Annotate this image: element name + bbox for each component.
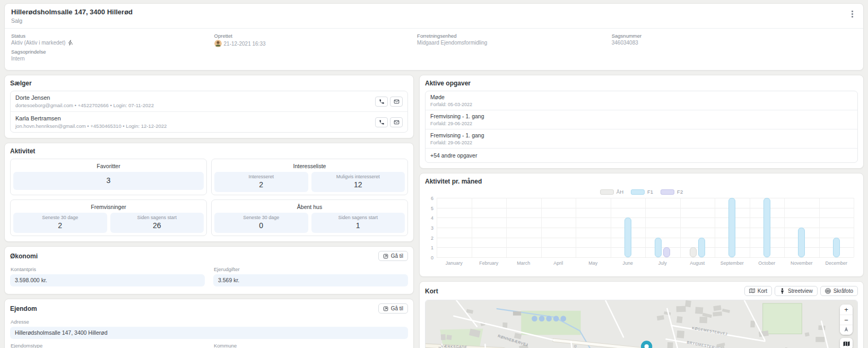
task-due: Forfald: 29-06-2022 [430, 140, 853, 145]
goto-icon [383, 254, 388, 259]
okonomi-title: Økonomi [10, 253, 38, 260]
chart-bar[interactable] [728, 198, 735, 257]
chart-bar[interactable] [624, 218, 631, 257]
ejendom-fields: AdresseHillerødsholmsalle 147, 3400 Hill… [10, 317, 408, 348]
stat-label: Interesseret [216, 174, 306, 179]
legend-item[interactable]: F1 [631, 189, 653, 195]
status-value: Aktiv (Aktiv i markedet) [11, 40, 65, 46]
chart-vline [680, 198, 681, 257]
chart-bar[interactable] [698, 238, 705, 257]
stat-label: Seneste 30 dage [216, 215, 306, 220]
legend-label: F1 [647, 189, 653, 195]
map-legend-button[interactable] [840, 338, 853, 348]
map[interactable]: RØNNEBÆRVEJVÆRKSGADEFREDERIKSVÆRKSGADEFR… [425, 300, 858, 348]
aktivitet-box-title: Åbent hus [214, 204, 405, 210]
map-view-button-skråfoto[interactable]: Skråfoto [820, 286, 858, 296]
legend-item[interactable]: F2 [661, 189, 683, 195]
map-view-button-streetview[interactable]: Streetview [775, 286, 818, 296]
aktivitet-box: Favoritter3 [10, 159, 207, 195]
email-button[interactable] [390, 117, 403, 127]
opgaver-card: Aktive opgaver MødeForfald: 05-03-2022Fr… [419, 75, 864, 169]
call-button[interactable] [375, 117, 388, 127]
case-header-card: Hillerødsholmsalle 147, 3400 Hillerød Sa… [4, 3, 864, 71]
chart-vline [750, 198, 750, 257]
stat-value: 26 [112, 221, 202, 230]
stat-pill: Seneste 30 dage2 [13, 213, 107, 233]
y-tick: 6 [425, 196, 433, 201]
ejendom-goto-button[interactable]: Gå til [378, 303, 408, 314]
contact-row[interactable]: Karla Bertramsenjon.hovn.henriksen@gmail… [11, 111, 407, 132]
stat-value: 1 [314, 221, 403, 230]
kebab-menu-icon[interactable] [847, 9, 857, 19]
folded-map-icon [843, 341, 850, 347]
chart-bar[interactable] [690, 247, 697, 257]
stat-value: 12 [314, 180, 403, 189]
ejendom-card: Ejendom Gå til AdresseHillerødsholmsalle… [4, 299, 414, 348]
aktivitet-box: InteresselisteInteresseret2Muligvis inte… [211, 159, 408, 195]
kort-title: Kort [425, 288, 438, 295]
call-button[interactable] [375, 97, 388, 107]
x-tick: September [721, 260, 744, 266]
aktivitet-stats: Seneste 30 dage0Siden sagens start1 [214, 213, 405, 233]
stat-value: 0 [216, 221, 306, 230]
chart-bar[interactable] [655, 238, 662, 257]
stat-pill: Muligvis interesseret12 [311, 172, 405, 192]
chart-legend: ÅHF1F2 [425, 189, 858, 195]
compass-button[interactable] [840, 325, 853, 335]
contact-actions [375, 117, 403, 127]
task-row[interactable]: Fremvisning - 1. gangForfald: 29-06-2022 [426, 110, 857, 129]
aktivitet-card: Aktivitet Favoritter3InteresselisteInter… [4, 143, 414, 242]
pegman-icon [779, 288, 785, 294]
field-value: 3.569 kr. [213, 274, 408, 286]
camera-icon [825, 288, 831, 294]
chart-vline [645, 198, 646, 257]
email-button[interactable] [390, 97, 403, 107]
zoom-out-button[interactable]: − [840, 315, 853, 325]
aktivitet-title: Aktivitet [10, 147, 35, 155]
stat-pill: Seneste 30 dage0 [214, 213, 308, 233]
email-icon [394, 119, 400, 125]
chart-vline [819, 198, 820, 257]
task-row[interactable]: Fremvisning - 1. gangForfald: 29-06-2022 [426, 129, 857, 148]
phone-icon [379, 99, 385, 105]
stat-pill: Siden sagens start26 [110, 213, 204, 233]
field: EjendomstypeVilla [10, 341, 205, 348]
x-tick: July [658, 260, 667, 266]
page-subtitle: Salg [11, 18, 857, 24]
opgaver-title: Aktive opgaver [425, 80, 471, 87]
legend-swatch [631, 189, 645, 195]
stat-label: Seneste 30 dage [15, 215, 105, 220]
creator-avatar [214, 40, 222, 47]
lightning-icon[interactable] [67, 40, 73, 46]
map-icon [749, 288, 755, 294]
chart-bar[interactable] [798, 228, 805, 257]
contact-name: Dorte Jensen [15, 94, 154, 101]
task-row[interactable]: MødeForfald: 05-03-2022 [426, 91, 857, 110]
chart-card: Aktivitet pr. måned ÅHF1F2 JanuaryFebrua… [419, 173, 864, 277]
task-list: MødeForfald: 05-03-2022Fremvisning - 1. … [425, 91, 858, 163]
legend-swatch [661, 189, 674, 195]
more-tasks-row[interactable]: +54 andre opgaver [426, 148, 857, 162]
contact-info: Dorte Jensendortesoeborg@gmail.com • +45… [15, 94, 154, 108]
contact-row[interactable]: Dorte Jensendortesoeborg@gmail.com • +45… [11, 91, 407, 111]
stat-value: 3 [107, 176, 111, 185]
contact-details: dortesoeborg@gmail.com • +4522702666 • L… [15, 102, 154, 108]
okonomi-goto-button[interactable]: Gå til [378, 251, 408, 261]
chart-bar[interactable] [763, 198, 770, 257]
field-label: Ejerudgifter [214, 266, 407, 272]
street-label: VÆRKSGADE [441, 344, 467, 348]
page-title: Hillerødsholmsalle 147, 3400 Hillerød [11, 8, 857, 16]
contact-details: jon.hovn.henriksen@gmail.com • +45304653… [15, 123, 167, 129]
chart-bar[interactable] [663, 247, 670, 257]
map-view-button-kort[interactable]: Kort [744, 286, 772, 296]
okonomi-card: Økonomi Gå til Kontantpris3.598.000 kr.E… [4, 246, 414, 294]
contact-list: Dorte Jensendortesoeborg@gmail.com • +45… [10, 91, 408, 133]
chart-vline [472, 198, 472, 257]
chart-bar[interactable] [833, 238, 840, 257]
aktivitet-stats: Seneste 30 dage2Siden sagens start26 [13, 213, 204, 233]
task-title: Fremvisning - 1. gang [430, 132, 853, 138]
zoom-in-button[interactable]: + [840, 304, 853, 315]
aktivitet-box: FremvisningerSeneste 30 dage2Siden sagen… [10, 199, 207, 236]
y-tick: 0 [425, 255, 433, 260]
legend-item[interactable]: ÅH [600, 189, 623, 195]
